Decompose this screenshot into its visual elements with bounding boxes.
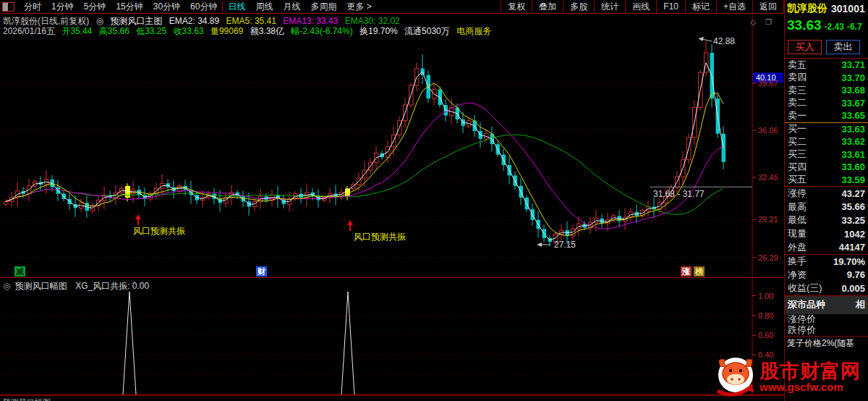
stat-current-volume: 现量 1042 bbox=[785, 227, 868, 241]
chart-title: 凯淳股份(日线,前复权) bbox=[3, 16, 89, 26]
svg-text:39.67: 39.67 bbox=[758, 79, 778, 88]
button-multistock[interactable]: 多股 bbox=[563, 0, 594, 14]
sub-chart-header: ◎ 预测风口幅图 XG_风口共振: 0.00 bbox=[3, 280, 149, 292]
price-row: 33.63 -2.43 -6.7 bbox=[785, 17, 868, 35]
svg-text:29.21: 29.21 bbox=[758, 215, 778, 224]
event-badge-榜[interactable]: 榜 bbox=[694, 266, 705, 277]
sub-dropdown-icon[interactable]: ◎ bbox=[3, 281, 10, 291]
stat-high: 最高 35.66 bbox=[785, 200, 868, 214]
stat-turnover: 换手 19.70% bbox=[785, 255, 868, 269]
svg-text:36.06: 36.06 bbox=[758, 126, 778, 135]
quote-panel: 凯淳股份 301001 33.63 -2.43 -6.7 买入 卖出 卖五 33… bbox=[784, 0, 868, 401]
chart-corner-icons[interactable]: ◇ ❐ bbox=[751, 18, 775, 26]
trading-app-window: 分时 1分钟 5分钟 15分钟 30分钟 60分钟 日线 周线 月线 多周期 更… bbox=[0, 0, 868, 401]
stat-outer-volume: 外盘 44147 bbox=[785, 240, 868, 254]
stat-low: 最低 33.25 bbox=[785, 214, 868, 227]
button-overlay[interactable]: 叠加 bbox=[532, 0, 563, 14]
svg-text:风口预测共振: 风口预测共振 bbox=[354, 232, 406, 242]
sub-indicator-value: XG_风口共振: 0.00 bbox=[75, 281, 149, 291]
button-mark[interactable]: 标记 bbox=[685, 0, 716, 14]
svg-text:0.60: 0.60 bbox=[758, 331, 773, 339]
stat-net-assets: 净资 9.76 bbox=[785, 269, 868, 282]
info-low: 低33.25 bbox=[136, 26, 166, 36]
bid-row-3[interactable]: 买三 33.61 bbox=[785, 148, 868, 161]
button-back[interactable]: 返回 bbox=[752, 0, 784, 14]
ask-row-3[interactable]: 卖三 33.68 bbox=[785, 84, 868, 97]
info-range: 幅-2.43(-6.74%) bbox=[291, 26, 352, 36]
limit-down-price-row: 跌停价 bbox=[785, 325, 868, 336]
tab-30min[interactable]: 30分钟 bbox=[148, 1, 185, 13]
bid-row-2[interactable]: 买二 33.62 bbox=[785, 135, 868, 148]
market-type-row[interactable]: 深市品种 相 bbox=[785, 296, 868, 314]
button-drawline[interactable]: 画线 bbox=[625, 0, 656, 14]
tab-weekly[interactable]: 周线 bbox=[250, 1, 278, 13]
event-badge-财[interactable]: 财 bbox=[256, 266, 267, 277]
watermark-text: 股市财富网 www.gscfw.com bbox=[760, 361, 861, 393]
bull-logo-icon bbox=[712, 355, 760, 400]
info-date: 2026/01/16五 bbox=[3, 26, 55, 36]
stat-limit-up: 涨停 43.27 bbox=[785, 187, 868, 200]
info-float: 流通5030万 bbox=[404, 26, 450, 36]
info-high: 高35.66 bbox=[99, 26, 129, 36]
buy-button[interactable]: 买入 bbox=[788, 40, 822, 54]
info-turnover: 换19.70% bbox=[359, 26, 398, 36]
info-open: 开35.44 bbox=[61, 26, 92, 36]
ask-row-4[interactable]: 卖四 33.70 bbox=[785, 72, 868, 85]
svg-text:风口预测共振: 风口预测共振 bbox=[133, 226, 185, 236]
svg-text:26.29: 26.29 bbox=[758, 253, 778, 262]
stock-header: 凯淳股份 301001 bbox=[785, 0, 868, 17]
price-change: -2.43 bbox=[825, 22, 844, 32]
ask-row-1[interactable]: 卖一 33.65 bbox=[785, 109, 868, 122]
button-stats[interactable]: 统计 bbox=[594, 0, 625, 14]
tab-fenshi[interactable]: 分时 bbox=[19, 1, 46, 13]
layout-icon[interactable] bbox=[2, 2, 14, 12]
chart-info-line: 2026/01/16五 开35.44 高35.66 低33.25 收33.63 … bbox=[3, 25, 495, 38]
indicator-dropdown-icon[interactable]: ◎ bbox=[96, 16, 103, 26]
cage-price-row: 笼子价格2%(随基 bbox=[785, 337, 868, 350]
watermark-site-name: 股市财富网 bbox=[760, 361, 861, 381]
site-watermark: 股市财富网 www.gscfw.com bbox=[712, 353, 867, 401]
last-price: 33.63 bbox=[787, 17, 822, 33]
price-change-pct: -6.7 bbox=[847, 22, 862, 32]
stock-name: 凯淳股份 bbox=[787, 2, 827, 15]
event-badge-减[interactable]: 减 bbox=[14, 266, 25, 277]
clipped-pane-header: 预测风口幅图 bbox=[0, 395, 784, 401]
toolbar-right-group: 复权 叠加 多股 统计 画线 F10 标记 +自选 返回 bbox=[501, 0, 784, 14]
info-volume: 量99069 bbox=[210, 26, 243, 36]
ask-row-2[interactable]: 卖二 33.67 bbox=[785, 97, 868, 110]
button-add-watchlist[interactable]: +自选 bbox=[716, 0, 752, 14]
main-candlestick-chart[interactable]: 40.1039.6736.0632.4529.2126.2942.8831.68… bbox=[0, 14, 784, 278]
ema5-value: EMA5: 35.41 bbox=[226, 16, 276, 26]
event-badge-涨[interactable]: 涨 bbox=[681, 266, 692, 277]
tab-60min[interactable]: 60分钟 bbox=[185, 1, 222, 13]
svg-text:1.00: 1.00 bbox=[758, 292, 773, 300]
info-sector[interactable]: 电商服务 bbox=[456, 26, 491, 36]
period-toolbar: 分时 1分钟 5分钟 15分钟 30分钟 60分钟 日线 周线 月线 多周期 更… bbox=[0, 0, 784, 14]
sub-indicator-chart[interactable]: 1.000.800.600.40 bbox=[0, 278, 784, 395]
main-chart-pane: 40.1039.6736.0632.4529.2126.2942.8831.68… bbox=[0, 14, 784, 278]
watermark-url: www.gscfw.com bbox=[760, 381, 861, 393]
tab-monthly[interactable]: 月线 bbox=[278, 1, 305, 13]
ema2-value: EMA2: 34.89 bbox=[169, 16, 219, 26]
tab-1min[interactable]: 1分钟 bbox=[46, 1, 79, 13]
svg-text:0.80: 0.80 bbox=[758, 311, 773, 320]
tab-more[interactable]: 更多 > bbox=[341, 1, 376, 13]
bid-row-1[interactable]: 买一 33.63 bbox=[785, 123, 868, 136]
tab-15min[interactable]: 15分钟 bbox=[111, 1, 148, 13]
button-fuquan[interactable]: 复权 bbox=[501, 0, 532, 14]
sell-button[interactable]: 卖出 bbox=[826, 40, 860, 54]
main-indicator-name: 预测风口主图 bbox=[111, 16, 163, 26]
bid-row-4[interactable]: 买四 33.60 bbox=[785, 161, 868, 174]
sub-indicator-name: 预测风口幅图 bbox=[15, 281, 67, 291]
button-f10[interactable]: F10 bbox=[656, 0, 685, 14]
ask-row-5[interactable]: 卖五 33.71 bbox=[785, 59, 868, 72]
svg-text:42.88: 42.88 bbox=[713, 36, 735, 46]
svg-text:32.45: 32.45 bbox=[758, 173, 778, 182]
info-close: 收33.63 bbox=[174, 26, 204, 36]
info-amount: 额3.38亿 bbox=[250, 26, 284, 36]
tab-daily[interactable]: 日线 bbox=[223, 1, 250, 13]
ema13-value: EMA13: 33.43 bbox=[283, 16, 338, 26]
bid-row-5[interactable]: 买五 33.59 bbox=[785, 174, 868, 187]
tab-5min[interactable]: 5分钟 bbox=[79, 1, 111, 13]
tab-multi-period[interactable]: 多周期 bbox=[305, 1, 341, 13]
